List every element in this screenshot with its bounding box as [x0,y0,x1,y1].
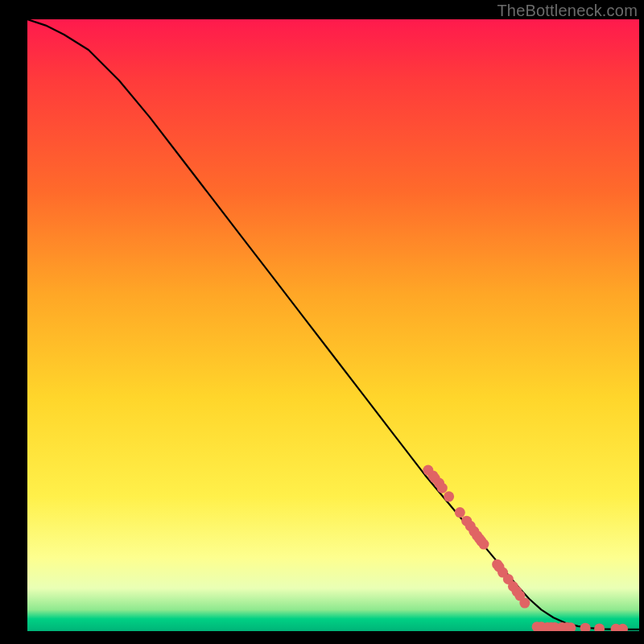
data-point [519,598,530,609]
bottleneck-curve [27,19,639,630]
attribution-label: TheBottleneck.com [497,2,638,20]
plot-area [27,19,639,631]
data-point [437,483,448,493]
data-point [594,623,605,631]
curve-layer [27,19,639,631]
data-point [580,623,591,631]
data-point [444,491,454,502]
chart-root: TheBottleneck.com [0,0,644,644]
data-points-group [423,465,628,631]
data-point [455,507,465,518]
data-point [478,539,489,550]
